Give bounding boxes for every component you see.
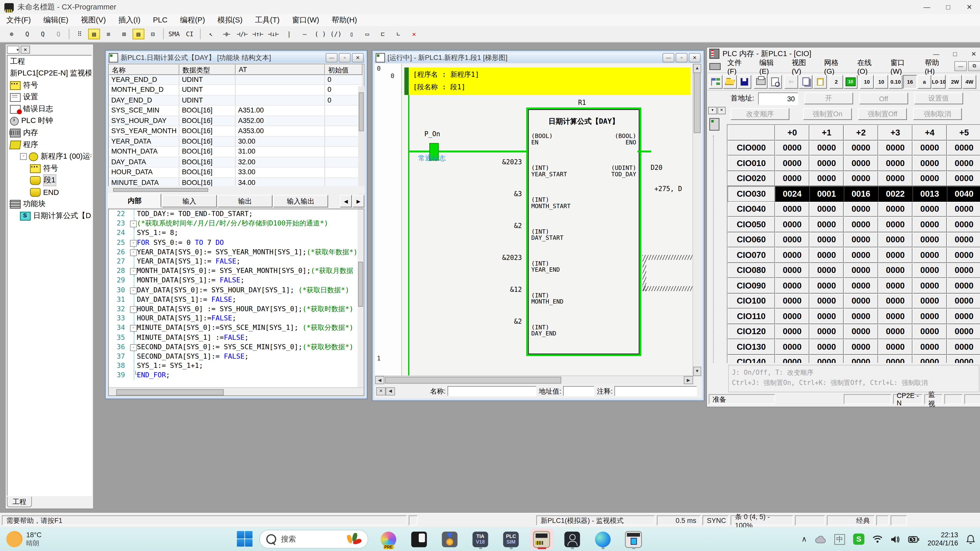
force-cancel-button[interactable]: 强制取消 xyxy=(913,108,962,120)
cell-CIO060-+5[interactable]: 0000 xyxy=(947,232,980,248)
cell-CIO070-+2[interactable]: 0000 xyxy=(844,248,878,263)
start-button[interactable] xyxy=(237,531,253,548)
code-line-30[interactable]: 30-DAY_DATA[SYS_0]:= SYS_HOUR_DAY[SYS_1]… xyxy=(109,285,364,295)
fold-collapse-icon[interactable]: - xyxy=(130,268,137,275)
cell-CIO140-+2[interactable]: 0000 xyxy=(844,354,878,363)
code-vscrollbar[interactable] xyxy=(358,209,364,388)
memory-rail-dropdown[interactable]: ▾ xyxy=(708,107,717,114)
field-prev-icon[interactable]: ◀ xyxy=(386,387,395,395)
memory-row-CIO120[interactable]: CIO120000000000000000000000000 xyxy=(728,324,980,339)
field-input-注释:[interactable] xyxy=(614,386,697,396)
cell-CIO010-+5[interactable]: 0000 xyxy=(947,156,980,171)
contact-nc-icon[interactable]: ⊣/⊢ xyxy=(235,27,249,41)
menu-帮助(H)[interactable]: 帮助(H) xyxy=(325,14,363,27)
cell-CIO050-+4[interactable]: 0000 xyxy=(913,217,947,232)
instruction-icon[interactable]: ▯ xyxy=(344,27,359,41)
code-line-38[interactable]: 38SYS_1:= SYS_1+1; xyxy=(109,361,364,371)
code-line-25[interactable]: 25-FOR SYS_0:= 0 TO 7 DO xyxy=(109,238,364,247)
cell-CIO030-+2[interactable]: 0016 xyxy=(844,186,878,202)
taskbar-app-copilot[interactable]: PRE xyxy=(377,529,401,550)
cell-CIO100-+1[interactable]: 0000 xyxy=(809,293,844,309)
copy-icon[interactable] xyxy=(799,75,813,89)
field-input-地址值:[interactable] xyxy=(563,386,594,396)
cell-CIO090-+1[interactable]: 0000 xyxy=(809,278,844,293)
cell-CIO100-+2[interactable]: 0000 xyxy=(844,293,878,309)
cell-CIO140-+1[interactable]: 0000 xyxy=(809,354,844,363)
volume-icon[interactable] xyxy=(891,535,900,543)
cell-CIO090-+5[interactable]: 0000 xyxy=(947,278,980,293)
taskbar-app-plc-tool[interactable] xyxy=(622,529,646,550)
restore-button[interactable]: ▫ xyxy=(676,53,687,62)
cell-CIO050-+2[interactable]: 0000 xyxy=(844,217,878,232)
code-line-29[interactable]: 29MONTH_DATA[SYS_1]:= FALSE; xyxy=(109,276,364,285)
cell-CIO060-+1[interactable]: 0000 xyxy=(809,232,844,248)
field-close-icon[interactable]: ✕ xyxy=(376,387,386,395)
cell-CIO080-+0[interactable]: 0000 xyxy=(775,263,810,278)
cell-CIO110-+1[interactable]: 0000 xyxy=(809,309,844,324)
fb-input-value-YEAR_START[interactable]: &2023 xyxy=(466,158,522,165)
variable-row-YEAR_DATA[interactable]: YEAR_DATABOOL[16]30.00 xyxy=(109,137,364,147)
cell-CIO110-+0[interactable]: 0000 xyxy=(775,309,810,324)
scroll-right-icon[interactable]: ▶ xyxy=(684,376,693,384)
cell-CIO120-+3[interactable]: 0000 xyxy=(878,324,913,339)
workspace-icon[interactable]: ⊟ xyxy=(146,27,160,41)
ladder-canvas[interactable]: [程序名 : 新程序1] [段名称 : 段1] P_On 常通标志 R1 日期计… xyxy=(402,64,693,376)
symbol-table-icon[interactable]: ▤ xyxy=(88,29,100,40)
cell-CIO020-+2[interactable]: 0000 xyxy=(844,171,878,186)
cell-CIO100-+3[interactable]: 0000 xyxy=(878,293,913,309)
cell-CIO120-+2[interactable]: 0000 xyxy=(844,324,878,339)
cell-CIO090-+3[interactable]: 0000 xyxy=(878,278,913,293)
scroll-down-icon[interactable]: ▼ xyxy=(693,367,701,376)
change-order-button[interactable]: 改变顺序 xyxy=(731,108,789,120)
address-list-icon[interactable]: ≡ xyxy=(101,27,116,41)
cell-CIO100-+4[interactable]: 0000 xyxy=(913,293,947,309)
variable-row-DAY_DATA[interactable]: DAY_DATABOOL[16]32.00 xyxy=(109,157,364,167)
coil-not-icon[interactable]: (/) xyxy=(329,27,343,41)
tray-chevron-icon[interactable]: ∧ xyxy=(801,535,807,543)
ladder-vscrollbar[interactable]: ▲ ▼ xyxy=(692,64,701,376)
format-10-icon[interactable]: 10 xyxy=(860,75,874,89)
memory-row-CIO100[interactable]: CIO100000000000000000000000000 xyxy=(728,293,980,309)
tree-item-错误日志[interactable]: 错误日志 xyxy=(7,103,91,115)
variable-row-MONTH_DATA[interactable]: MONTH_DATABOOL[16]31.00 xyxy=(109,147,364,157)
restore-button[interactable]: ▫ xyxy=(339,53,351,62)
minimize-button[interactable]: — xyxy=(916,0,937,13)
memory-row-CIO020[interactable]: CIO020000000000000000000000000 xyxy=(728,171,980,186)
cell-CIO030-+1[interactable]: 0001 xyxy=(809,186,844,202)
fb-input-value-MONTH_START[interactable]: &3 xyxy=(466,190,522,197)
taskbar-app-cx-programmer[interactable] xyxy=(530,529,554,550)
onedrive-cloud-icon[interactable] xyxy=(815,535,826,543)
fb-input-value-MONTH_END[interactable]: &12 xyxy=(466,286,522,293)
weather-widget[interactable]: 18°C 晴朗 xyxy=(6,531,41,548)
format-2-icon[interactable]: 2 xyxy=(829,75,843,89)
cell-CIO080-+1[interactable]: 0000 xyxy=(809,263,844,278)
local-symbols-icon[interactable]: ▤ xyxy=(132,29,145,40)
cell-CIO060-+4[interactable]: 0000 xyxy=(913,232,947,248)
tree-item-PLC 时钟[interactable]: PLC 时钟 xyxy=(7,115,91,127)
cell-CIO070-+1[interactable]: 0000 xyxy=(809,248,844,263)
cell-CIO120-+1[interactable]: 0000 xyxy=(809,324,844,339)
grid-col-+0[interactable]: +0 xyxy=(775,125,810,140)
variable-row-SYS_HOUR_DAY[interactable]: SYS_HOUR_DAYBOOL[16]A352.00 xyxy=(109,116,364,126)
preview-icon[interactable] xyxy=(768,75,782,89)
vertical-line-icon[interactable]: | xyxy=(282,27,296,41)
cell-CIO120-+0[interactable]: 0000 xyxy=(775,324,810,339)
cell-CIO080-+2[interactable]: 0000 xyxy=(844,263,878,278)
fb-input-value-DAY_END[interactable]: &2 xyxy=(466,318,522,325)
fold-collapse-icon[interactable]: - xyxy=(130,240,137,246)
start-address-input[interactable] xyxy=(758,92,798,105)
cell-CIO080-+5[interactable]: 0000 xyxy=(947,263,980,278)
tree-item-内存[interactable]: 内存 xyxy=(7,127,91,139)
code-line-32[interactable]: 32-HOUR_DATA[SYS_0] := SYS_HOUR_DAY[SYS_… xyxy=(109,304,364,313)
code-line-34[interactable]: 34- MINUTE_DATA[SYS_0]:=SYS_SCE_MIN[SYS_… xyxy=(109,323,364,333)
grid-col-+5[interactable]: +5 xyxy=(947,125,980,140)
cell-CIO120-+5[interactable]: 0000 xyxy=(947,324,980,339)
tab-内部[interactable]: 内部 xyxy=(108,194,161,207)
tree-item-符号[interactable]: 符号 xyxy=(7,79,91,91)
code-line-33[interactable]: 33HOUR_DATA[SYS_1]:=FALSE; xyxy=(109,314,364,323)
memory-row-CIO110[interactable]: CIO110000000000000000000000000 xyxy=(728,309,980,324)
cell-CIO060-+0[interactable]: 0000 xyxy=(775,232,810,248)
cell-CIO130-+3[interactable]: 0000 xyxy=(878,339,913,354)
function-block-icon[interactable]: ▭ xyxy=(360,27,374,41)
memory-rail-close-icon[interactable]: ✕ xyxy=(718,107,725,114)
